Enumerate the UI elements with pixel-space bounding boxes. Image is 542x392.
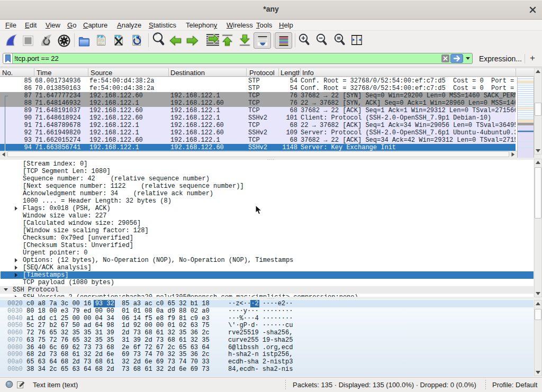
svg-text:0011: 0011	[98, 43, 104, 45]
